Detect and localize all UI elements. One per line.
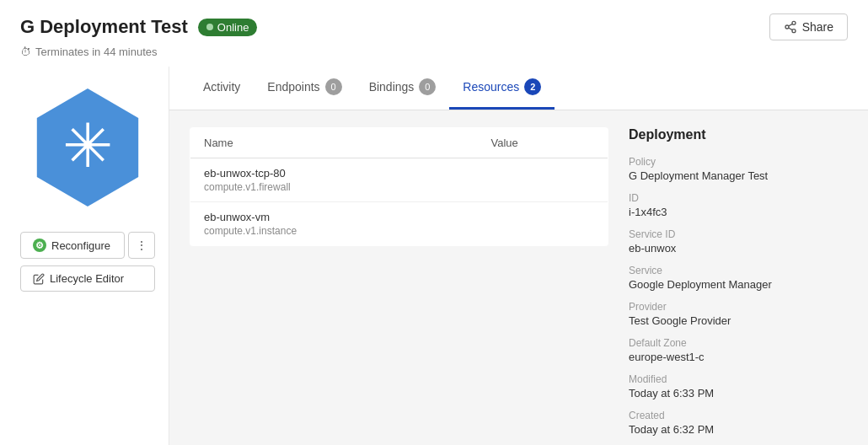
lifecycle-label: Lifecycle Editor — [50, 272, 124, 285]
deployment-info-item: Policy G Deployment Manager Test — [629, 156, 848, 182]
col-name-header: Name — [190, 128, 478, 158]
info-label: Service — [629, 265, 848, 276]
reconfigure-icon: ⚙ — [33, 239, 46, 252]
info-label: Policy — [629, 156, 848, 168]
info-value: eb-unwox — [629, 242, 848, 255]
header-left: G Deployment Test Online — [20, 16, 257, 38]
deployment-info-item: Service Google Deployment Manager — [629, 265, 848, 291]
asterisk-icon: ✳ — [62, 115, 113, 176]
info-label: Created — [629, 410, 848, 421]
deployment-panel-title: Deployment — [629, 127, 848, 142]
status-label: Online — [217, 21, 249, 34]
info-value: G Deployment Manager Test — [629, 169, 848, 182]
share-button[interactable]: Share — [769, 13, 848, 40]
resource-type: compute.v1.instance — [204, 225, 464, 237]
resource-value-cell — [478, 158, 608, 202]
col-value-header: Value — [478, 128, 608, 158]
page-title: G Deployment Test — [20, 16, 188, 38]
resources-table: Name Value eb-unwox-tcp-80 compute.v1.fi… — [190, 127, 608, 246]
deployment-info-panel: Deployment Policy G Deployment Manager T… — [629, 127, 848, 445]
deployment-info-item: Modified Today at 6:33 PM — [629, 373, 848, 399]
table-row: eb-unwox-vm compute.v1.instance — [190, 202, 608, 246]
main-layout: ✳ ⚙ Reconfigure ⋮ Lifecycle Editor — [0, 67, 868, 445]
svg-point-2 — [792, 29, 796, 33]
tab-endpoints-label: Endpoints — [267, 80, 319, 94]
pencil-icon — [33, 273, 45, 285]
deployment-info-item: Service ID eb-unwox — [629, 228, 848, 255]
deployment-info-item: Default Zone europe-west1-c — [629, 337, 848, 363]
status-badge: Online — [198, 19, 258, 36]
terminates-text: Terminates in 44 minutes — [35, 46, 158, 58]
resource-value-cell — [478, 202, 608, 246]
info-value: Test Google Provider — [629, 314, 848, 327]
info-label: Default Zone — [629, 337, 848, 349]
page-header: G Deployment Test Online Share — [0, 0, 868, 44]
resource-name: eb-unwox-vm — [204, 211, 464, 223]
info-value: Google Deployment Manager — [629, 278, 848, 291]
reconfigure-button[interactable]: ⚙ Reconfigure — [20, 232, 125, 259]
app-icon-wrapper: ✳ — [20, 80, 155, 215]
endpoints-badge: 0 — [325, 78, 342, 95]
subheader: ⏱ Terminates in 44 minutes — [0, 44, 868, 67]
info-label: Modified — [629, 373, 848, 385]
info-label: Service ID — [629, 228, 848, 240]
sidebar: ✳ ⚙ Reconfigure ⋮ Lifecycle Editor — [0, 67, 169, 445]
info-value: europe-west1-c — [629, 351, 848, 363]
status-dot-icon — [206, 24, 213, 30]
resources-badge: 2 — [524, 78, 541, 95]
resource-name-cell: eb-unwox-tcp-80 compute.v1.firewall — [190, 158, 478, 202]
resource-type: compute.v1.firewall — [204, 181, 464, 193]
table-row: eb-unwox-tcp-80 compute.v1.firewall — [190, 158, 608, 202]
content-area: Activity Endpoints 0 Bindings 0 Resource… — [169, 67, 868, 445]
svg-line-4 — [788, 24, 792, 26]
share-icon — [784, 20, 797, 34]
tabs-bar: Activity Endpoints 0 Bindings 0 Resource… — [169, 67, 868, 110]
tab-endpoints[interactable]: Endpoints 0 — [254, 67, 355, 110]
lifecycle-editor-button[interactable]: Lifecycle Editor — [20, 265, 155, 292]
resource-name: eb-unwox-tcp-80 — [204, 167, 464, 180]
tab-activity[interactable]: Activity — [190, 68, 254, 108]
tab-bindings-label: Bindings — [369, 80, 415, 94]
reconfigure-row: ⚙ Reconfigure ⋮ — [20, 232, 155, 259]
tab-content: Name Value eb-unwox-tcp-80 compute.v1.fi… — [169, 110, 868, 445]
tab-bindings[interactable]: Bindings 0 — [356, 67, 450, 110]
clock-icon: ⏱ — [20, 46, 31, 58]
app-icon-hexagon: ✳ — [29, 88, 147, 206]
svg-point-1 — [785, 25, 789, 29]
deployment-info-item: Provider Test Google Provider — [629, 301, 848, 327]
svg-line-3 — [788, 28, 792, 30]
bindings-badge: 0 — [419, 78, 436, 95]
reconfigure-label: Reconfigure — [51, 239, 110, 252]
tab-activity-label: Activity — [203, 80, 240, 94]
info-label: ID — [629, 192, 848, 204]
info-value: Today at 6:33 PM — [629, 387, 848, 399]
more-dots-icon: ⋮ — [136, 239, 147, 252]
resources-table-wrapper: Name Value eb-unwox-tcp-80 compute.v1.fi… — [190, 127, 608, 445]
tab-resources-label: Resources — [463, 80, 519, 94]
svg-point-0 — [792, 21, 796, 24]
more-options-button[interactable]: ⋮ — [128, 232, 155, 259]
share-label: Share — [802, 20, 833, 34]
resource-name-cell: eb-unwox-vm compute.v1.instance — [190, 202, 478, 246]
info-value: Today at 6:32 PM — [629, 423, 848, 436]
info-value: i-1x4fc3 — [629, 206, 848, 218]
sidebar-buttons: ⚙ Reconfigure ⋮ Lifecycle Editor — [20, 232, 155, 292]
info-label: Provider — [629, 301, 848, 313]
deployment-items: Policy G Deployment Manager Test ID i-1x… — [629, 156, 848, 436]
tab-resources[interactable]: Resources 2 — [449, 67, 555, 110]
deployment-info-item: ID i-1x4fc3 — [629, 192, 848, 218]
deployment-info-item: Created Today at 6:32 PM — [629, 410, 848, 436]
